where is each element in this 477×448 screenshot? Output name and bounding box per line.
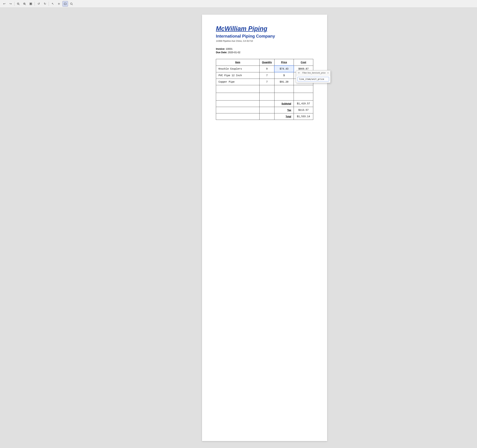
svg-rect-11: [64, 3, 66, 5]
col-header-item: Item: [216, 59, 260, 66]
price-cell-3: $91.20: [274, 79, 294, 85]
svg-line-13: [72, 4, 73, 5]
due-date: 2020-01-02: [228, 51, 240, 54]
table-row-empty-2: [216, 93, 313, 101]
select-button[interactable]: ↖: [50, 1, 55, 7]
subtotal-item-empty: [216, 101, 260, 107]
svg-rect-8: [30, 3, 31, 4]
rotate-cw-button[interactable]: ↻: [42, 1, 48, 7]
crosshair-button[interactable]: [56, 1, 62, 7]
invoice-label: Invoice:: [216, 48, 225, 50]
price-empty-2: [274, 93, 294, 101]
col-header-price: Price: [274, 59, 294, 66]
price-empty-1: [274, 85, 294, 93]
price-cell-2: $: [274, 72, 294, 79]
due-date-label: Due Date:: [216, 51, 227, 54]
undo-button[interactable]: ↩: [1, 1, 7, 7]
toolbar: ↩ ↪ ↺ ↻ ↖: [0, 0, 477, 8]
filter-icon: [298, 72, 301, 74]
item-empty-2: [216, 93, 260, 101]
tax-label: Tax: [274, 107, 294, 113]
due-date-row: Due Date: 2020-01-02: [216, 51, 313, 54]
company-address: 14368 Pipeline Ave Chino, CA 91710: [216, 40, 313, 42]
invoice-info: Invoice: 10001 Due Date: 2020-01-02: [216, 48, 313, 54]
invoice-number-row: Invoice: 10001: [216, 48, 313, 50]
tax-qty-empty: [259, 107, 274, 113]
svg-line-4: [25, 4, 26, 5]
main-area: McWilliam Piping International Piping Co…: [0, 8, 477, 448]
separator-1: [14, 2, 14, 6]
company-subtitle: International Piping Company: [216, 34, 313, 39]
tax-item-empty: [216, 107, 260, 113]
qty-cell-3: 7: [259, 79, 274, 85]
company-name: McWilliam Piping: [216, 25, 313, 32]
qty-empty-1: [259, 85, 274, 93]
filter-popup-input[interactable]: [298, 77, 329, 81]
table-row-empty-1: [216, 85, 313, 93]
item-cell-1: Knuckle Couplers: [216, 66, 260, 72]
svg-line-1: [19, 4, 19, 5]
rotate-ccw-button[interactable]: ↺: [36, 1, 41, 7]
subtotal-row: Subtotal $1,419.57: [216, 101, 313, 107]
total-row: Total $1,533.14: [216, 113, 313, 120]
filter-popup-header: Filter line_item/unit_price ×: [296, 70, 330, 75]
cost-empty-2: [294, 93, 313, 101]
cost-empty-1: [294, 85, 313, 93]
zoom-in-button[interactable]: [22, 1, 27, 7]
redo-button[interactable]: ↪: [8, 1, 13, 7]
total-qty-empty: [259, 113, 274, 120]
tax-row: Tax $113.57: [216, 107, 313, 113]
sidebar: [0, 8, 52, 448]
svg-point-12: [70, 3, 72, 5]
table-header-row: Item Quantity Price Cost: [216, 59, 313, 66]
col-header-quantity: Quantity: [259, 59, 274, 66]
subtotal-qty-empty: [259, 101, 274, 107]
qty-empty-2: [259, 93, 274, 101]
total-value: $1,533.14: [294, 113, 313, 120]
total-label: Total: [274, 113, 294, 120]
separator-2: [35, 2, 35, 6]
total-item-empty: [216, 113, 260, 120]
price-cell-1[interactable]: $74.43: [274, 66, 294, 72]
invoice-number: 10001: [226, 48, 233, 50]
subtotal-value: $1,419.57: [294, 101, 313, 107]
search-button[interactable]: [69, 1, 74, 7]
qty-cell-2: 7: [259, 72, 274, 79]
zoom-out-button[interactable]: [15, 1, 21, 7]
price-value-1: $74.43: [280, 67, 288, 70]
fit-page-button[interactable]: [28, 1, 34, 7]
filter-popup-title: Filter line_item/unit_price: [302, 72, 325, 74]
item-cell-3: Copper Pipe: [216, 79, 260, 85]
item-cell-2: PVC Pipe 12 Inch: [216, 72, 260, 79]
doc-area[interactable]: McWilliam Piping International Piping Co…: [52, 8, 477, 448]
rectangle-button[interactable]: [62, 1, 68, 7]
page: McWilliam Piping International Piping Co…: [202, 15, 327, 441]
tax-value: $113.57: [294, 107, 313, 113]
subtotal-label: Subtotal: [274, 101, 294, 107]
item-empty-1: [216, 85, 260, 93]
filter-popup: Filter line_item/unit_price ×: [296, 70, 331, 83]
qty-cell-1: 9: [259, 66, 274, 72]
col-header-cost: Cost: [294, 59, 313, 66]
filter-popup-close-button[interactable]: ×: [327, 72, 329, 74]
invoice-table: Item Quantity Price Cost Knuckle Coupler…: [216, 59, 313, 120]
filter-popup-body: [296, 75, 330, 83]
separator-3: [49, 2, 49, 6]
